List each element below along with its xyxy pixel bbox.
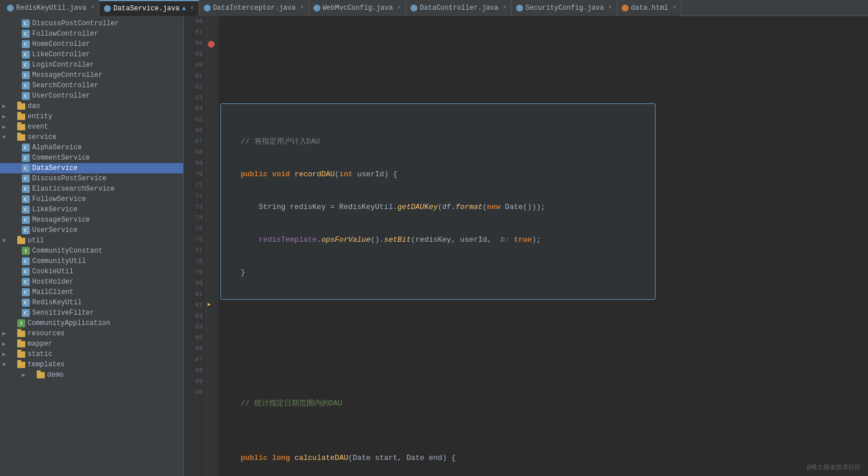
tab-bar: RedisKeyUtil.java × DataService.java ▲ ×… — [0, 0, 868, 16]
sidebar-item-service-folder[interactable]: ▼ service — [0, 132, 183, 142]
sidebar-item-label: SearchController — [32, 82, 98, 90]
gutter-84 — [207, 322, 218, 332]
sidebar-item-community-constant[interactable]: I CommunityConstant — [0, 246, 183, 256]
tab-label: DataController.java — [420, 4, 498, 12]
sidebar-item-cookie-util[interactable]: C CookieUtil — [0, 266, 183, 277]
sidebar-item-label: CommunityApplication — [28, 319, 110, 327]
tab-redis-key-util[interactable]: RedisKeyUtil.java × — [2, 0, 99, 16]
close-icon[interactable]: × — [609, 5, 612, 11]
tab-data-controller[interactable]: DataController.java × — [406, 0, 512, 16]
sidebar-item-like-service[interactable]: C LikeService — [0, 204, 183, 215]
sidebar-item-label: event — [28, 123, 48, 131]
gutter-90 — [207, 387, 218, 398]
tab-label: SecurityConfig.java — [525, 4, 604, 12]
sidebar-item-label: demo — [47, 371, 64, 379]
sidebar-item-data-service[interactable]: C DataService — [0, 163, 183, 173]
gutter-57 — [207, 27, 218, 38]
tab-data-html[interactable]: data.html × — [617, 0, 681, 16]
sidebar-item-user-controller[interactable]: C UserController — [0, 91, 183, 101]
class-icon: C — [22, 299, 30, 307]
code-line-59: String redisKey = RedisKeyUtil.getDAUKey… — [223, 202, 656, 212]
sidebar-item-label: service — [28, 133, 56, 141]
class-icon: C — [22, 61, 30, 69]
class-icon: C — [22, 30, 30, 38]
sidebar-item-home-controller[interactable]: C HomeController — [0, 39, 183, 49]
sidebar-item-label: static — [28, 350, 52, 358]
breakpoint-icon[interactable] — [208, 41, 215, 48]
ln-58: 58 — [184, 38, 203, 49]
sidebar-item-mail-client[interactable]: C MailClient — [0, 287, 183, 297]
tab-label: DataService.java — [113, 5, 179, 13]
code-content[interactable]: // 将指定用户计入DAU public void recordDAU(int … — [218, 16, 660, 476]
sidebar-item-like-controller[interactable]: C LikeController — [0, 49, 183, 60]
ln-76: 76 — [184, 234, 203, 245]
sidebar-item-follow-service[interactable]: C FollowService — [0, 194, 183, 204]
sidebar-item-mapper[interactable]: ▶ mapper — [0, 339, 183, 349]
close-icon[interactable]: × — [191, 5, 194, 11]
sidebar-item-alpha-service[interactable]: C AlphaService — [0, 142, 183, 153]
sidebar-item-community-application[interactable]: I CommunityApplication — [0, 318, 183, 328]
ln-85: 85 — [184, 332, 203, 343]
sidebar-item-label: templates — [28, 361, 65, 369]
line-numbers: 56 57 58 59 60 61 62 63 64 65 66 67 68 6… — [184, 16, 207, 476]
sidebar-item-follow-controller[interactable]: C FollowController — [0, 29, 183, 39]
ln-64: 64 — [184, 103, 203, 114]
sidebar-item-search-controller[interactable]: C SearchController — [0, 80, 183, 91]
sidebar-item-message-service[interactable]: C MessageService — [0, 215, 183, 225]
sidebar-item-message-controller[interactable]: C MessageController — [0, 70, 183, 80]
gutter-78 — [207, 256, 218, 267]
ln-86: 86 — [184, 343, 203, 354]
code-line-58: public void recordDAU(int userId) { — [223, 169, 656, 180]
code-text-61: } — [223, 267, 245, 278]
sidebar-item-login-controller[interactable]: C LoginController — [0, 60, 183, 70]
sidebar-item-sensitive-filter[interactable]: C SensitiveFilter — [0, 308, 183, 318]
ln-72: 72 — [184, 191, 203, 202]
sidebar[interactable]: C DiscussPostController C FollowControll… — [0, 16, 184, 476]
file-icon — [516, 5, 523, 11]
file-icon — [622, 5, 629, 11]
tab-security-config[interactable]: SecurityConfig.java × — [512, 0, 617, 16]
tab-data-service[interactable]: DataService.java ▲ × — [99, 0, 199, 16]
code-text-60: redisTemplate.opsForValue().setBit(redis… — [223, 234, 541, 245]
sidebar-item-host-holder[interactable]: C HostHolder — [0, 277, 183, 287]
tab-data-interceptor[interactable]: DataInterceptor.java × — [199, 0, 309, 16]
sidebar-item-entity[interactable]: ▶ entity — [0, 111, 183, 122]
gutter-87 — [207, 354, 218, 365]
sidebar-item-event[interactable]: ▶ event — [0, 122, 183, 132]
arrow-icon: ➤ — [207, 301, 211, 309]
sidebar-item-label: dao — [28, 102, 40, 110]
sidebar-item-label: util — [28, 237, 44, 245]
sidebar-item-demo[interactable]: ▶ demo — [0, 370, 183, 380]
sidebar-item-user-service[interactable]: C UserService — [0, 225, 183, 235]
sidebar-item-discuss-post-controller[interactable]: C DiscussPostController — [0, 18, 183, 29]
sidebar-item-comment-service[interactable]: C CommentService — [0, 153, 183, 163]
close-icon[interactable]: × — [300, 5, 304, 11]
sidebar-item-redis-key-util[interactable]: C RedisKeyUtil — [0, 297, 183, 308]
sidebar-item-dao[interactable]: ▶ dao — [0, 101, 183, 111]
sidebar-item-discuss-post-service[interactable]: C DiscussPostService — [0, 173, 183, 184]
class-icon: C — [22, 288, 30, 296]
ln-63: 63 — [184, 92, 203, 103]
tab-web-mvc-config[interactable]: WebMvcConfig.java × — [309, 0, 406, 16]
ln-71: 71 — [184, 180, 203, 191]
close-icon[interactable]: × — [503, 5, 506, 11]
folder-icon — [17, 331, 25, 337]
close-icon[interactable]: × — [91, 5, 94, 11]
sidebar-item-util-folder[interactable]: ▼ util — [0, 235, 183, 246]
close-icon[interactable]: × — [397, 5, 401, 11]
class-icon: C — [22, 154, 30, 162]
editor-area[interactable]: 56 57 58 59 60 61 62 63 64 65 66 67 68 6… — [184, 16, 868, 476]
ln-77: 77 — [184, 245, 203, 256]
ln-75: 75 — [184, 223, 203, 234]
code-line-60: redisTemplate.opsForValue().setBit(redis… — [223, 234, 656, 245]
sidebar-item-static[interactable]: ▶ static — [0, 349, 183, 359]
sidebar-item-resources[interactable]: ▶ resources — [0, 328, 183, 339]
sidebar-item-community-util[interactable]: C CommunityUtil — [0, 256, 183, 266]
ln-56: 56 — [184, 16, 203, 27]
close-icon[interactable]: × — [673, 5, 676, 11]
ln-66: 66 — [184, 125, 203, 136]
sidebar-item-elasticsearch-service[interactable]: C ElasticsearchService — [0, 184, 183, 194]
class-icon: C — [22, 20, 30, 28]
sidebar-item-templates[interactable]: ▼ templates — [0, 359, 183, 370]
folder-icon — [37, 372, 45, 378]
